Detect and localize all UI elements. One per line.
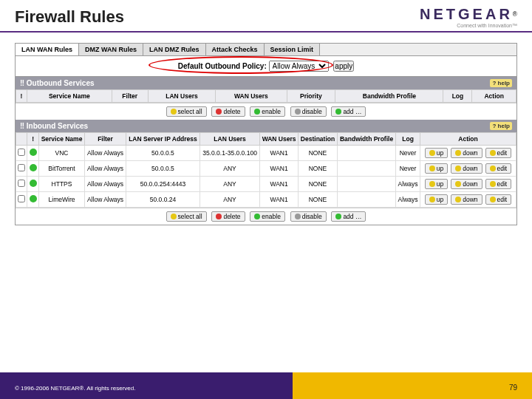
cell-filter: Allow Always (85, 177, 126, 192)
cell-filter: Allow Always (85, 192, 126, 208)
cell-log: Never (396, 161, 420, 177)
apply-button[interactable]: apply (333, 61, 354, 72)
up-button[interactable]: up (425, 148, 448, 158)
tab-dmz-wan[interactable]: DMZ WAN Rules (79, 44, 143, 55)
page-number: 79 (509, 383, 517, 392)
tab-bar: LAN WAN Rules DMZ WAN Rules LAN DMZ Rule… (16, 44, 516, 56)
edit-button[interactable]: edit (485, 163, 512, 174)
disable-button[interactable]: disable (290, 211, 327, 222)
firewall-panel: LAN WAN Rules DMZ WAN Rules LAN DMZ Rule… (15, 43, 517, 225)
cell-lan: 35.0.0.1-35.0.0.100 (200, 146, 260, 161)
policy-select[interactable]: Allow Always (269, 61, 329, 72)
col-wan-users: WAN Users (216, 90, 287, 103)
col-bang: ! (16, 90, 27, 103)
help-link[interactable]: ? help (490, 122, 512, 130)
enable-button[interactable]: enable (250, 106, 285, 117)
add-button[interactable]: add … (331, 211, 366, 222)
row-checkbox[interactable] (18, 149, 25, 156)
slide-header: Firewall Rules NETGEAR® Connect with Inn… (0, 0, 532, 33)
cell-dest: NONE (299, 161, 338, 177)
cell-log: Always (396, 177, 420, 192)
cell-lan: ANY (200, 177, 260, 192)
tab-session-limit[interactable]: Session Limit (265, 44, 321, 55)
cell-ip: 50.0.0.254:4443 (126, 177, 200, 192)
cell-service: HTTPS (38, 177, 84, 192)
selectall-button[interactable]: select all (166, 211, 207, 222)
delete-button[interactable]: delete (211, 211, 245, 222)
cell-ip: 50.0.0.24 (126, 192, 200, 208)
outbound-buttons: select all delete enable disable add … (16, 103, 516, 120)
cell-lan: ANY (200, 161, 260, 177)
cell-ip: 50.0.0.5 (126, 161, 200, 177)
help-link[interactable]: ? help (490, 79, 512, 87)
cell-ip: 50.0.0.5 (126, 146, 200, 161)
cell-wan: WAN1 (259, 146, 298, 161)
cell-dest: NONE (299, 177, 338, 192)
col-lan-users: LAN Users (148, 90, 216, 103)
cell-dest: NONE (299, 146, 338, 161)
cell-filter: Allow Always (85, 161, 126, 177)
delete-button[interactable]: delete (211, 106, 245, 117)
table-row: LimeWireAllow Always50.0.0.24ANYWAN1NONE… (16, 192, 516, 208)
col-filter: Filter (112, 90, 148, 103)
inbound-header: ‼ Inbound Services ? help (16, 120, 516, 132)
up-button[interactable]: up (425, 163, 448, 174)
page-title: Firewall Rules (15, 7, 124, 27)
cell-filter: Allow Always (85, 146, 126, 161)
inbound-buttons: select all delete enable disable add … (16, 208, 516, 225)
cell-wan: WAN1 (259, 177, 298, 192)
row-checkbox[interactable] (18, 180, 25, 187)
down-button[interactable]: down (451, 179, 482, 189)
cell-wan: WAN1 (259, 161, 298, 177)
table-row: BitTorrentAllow Always50.0.0.5ANYWAN1NON… (16, 161, 516, 177)
tab-attack-checks[interactable]: Attack Checks (206, 44, 265, 55)
cell-service: BitTorrent (38, 161, 84, 177)
edit-button[interactable]: edit (485, 194, 512, 205)
status-icon (30, 164, 37, 171)
status-icon (30, 149, 37, 156)
logo: NETGEAR® Connect with Innovation™ (420, 6, 517, 28)
selectall-button[interactable]: select all (166, 106, 207, 117)
outbound-table: ! Service Name Filter LAN Users WAN User… (16, 89, 516, 103)
cell-bw (337, 146, 395, 161)
tab-lan-wan[interactable]: LAN WAN Rules (16, 44, 79, 55)
table-row: HTTPSAllow Always50.0.0.254:4443ANYWAN1N… (16, 177, 516, 192)
cell-dest: NONE (299, 192, 338, 208)
outbound-header: ‼ Outbound Services ? help (16, 77, 516, 89)
row-checkbox[interactable] (18, 164, 25, 171)
up-button[interactable]: up (425, 194, 448, 205)
edit-button[interactable]: edit (485, 148, 512, 158)
cell-log: Always (396, 192, 420, 208)
cell-lan: ANY (200, 192, 260, 208)
col-action: Action (472, 90, 516, 103)
down-button[interactable]: down (451, 163, 482, 174)
status-icon (30, 195, 37, 202)
cell-service: LimeWire (38, 192, 84, 208)
col-priority: Priority (287, 90, 335, 103)
status-icon (30, 180, 37, 187)
cell-bw (337, 192, 395, 208)
cell-service: VNC (38, 146, 84, 161)
copyright: © 1996-2006 NETGEAR®. All rights reserve… (15, 385, 135, 392)
add-button[interactable]: add … (331, 106, 366, 117)
table-row: VNCAllow Always50.0.0.535.0.0.1-35.0.0.1… (16, 146, 516, 161)
row-checkbox[interactable] (18, 195, 25, 202)
policy-label: Default Outbound Policy: (178, 62, 267, 70)
tab-lan-dmz[interactable]: LAN DMZ Rules (143, 44, 206, 55)
disable-button[interactable]: disable (290, 106, 327, 117)
inbound-table: ! Service Name Filter LAN Server IP Addr… (16, 132, 516, 208)
edit-button[interactable]: edit (485, 179, 512, 189)
enable-button[interactable]: enable (250, 211, 285, 222)
cell-wan: WAN1 (259, 192, 298, 208)
cell-bw (337, 177, 395, 192)
down-button[interactable]: down (451, 194, 482, 205)
down-button[interactable]: down (451, 148, 482, 158)
cell-bw (337, 161, 395, 177)
cell-log: Never (396, 146, 420, 161)
col-service: Service Name (27, 90, 112, 103)
col-bandwidth: Bandwidth Profile (335, 90, 443, 103)
policy-bar: Default Outbound Policy: Allow Always ap… (16, 56, 516, 77)
col-log: Log (443, 90, 472, 103)
up-button[interactable]: up (425, 179, 448, 189)
